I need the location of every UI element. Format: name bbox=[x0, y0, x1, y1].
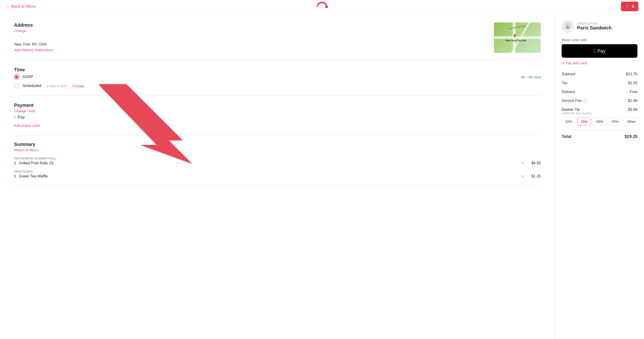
summary-item: APPETIZERS 1 Green Tea Waffle ✕ $1.25 bbox=[14, 170, 541, 178]
header: ← Back to Menu 🛒 6 bbox=[0, 0, 644, 13]
tip-buttons: 10%15%20%25%Other bbox=[562, 117, 638, 126]
subtotal-value: $21.75 bbox=[626, 72, 638, 76]
svg-text:🗼: 🗼 bbox=[565, 24, 570, 29]
item-category: APPETIZERS bbox=[14, 170, 541, 173]
item-price: $1.25 bbox=[527, 174, 541, 178]
service-fee-label-group: Service Fee i bbox=[562, 99, 587, 103]
back-to-menu-button[interactable]: ← Back to Menu bbox=[6, 4, 36, 9]
address-row: Address Change New York, NY, USA Add Del… bbox=[14, 22, 541, 53]
item-qty: 1 bbox=[14, 174, 16, 178]
address-city: New York, NY, USA bbox=[14, 42, 485, 46]
payment-method-label: Pay bbox=[18, 115, 24, 120]
payment-section: Payment Change / Add  Pay Add promo cod… bbox=[14, 96, 541, 135]
payment-method-row:  Pay bbox=[14, 115, 541, 120]
or-label: or bbox=[562, 61, 565, 65]
address-section: Address Change New York, NY, USA Add Del… bbox=[14, 22, 541, 60]
cart-button[interactable]: 🛒 6 bbox=[621, 2, 638, 11]
subtotal-row: Subtotal $21.75 bbox=[562, 70, 638, 78]
map-city-hall-label: New York City Hall bbox=[506, 39, 526, 42]
cart-icon: 🛒 bbox=[625, 4, 630, 9]
or-pay-row: or Pay with card bbox=[562, 61, 638, 65]
asap-radio-inner bbox=[15, 75, 18, 78]
scheduled-option[interactable]: Scheduled a date & time Change bbox=[14, 83, 541, 88]
cart-count: 6 bbox=[632, 4, 634, 9]
tax-label: Tax bbox=[562, 81, 568, 85]
restaurant-name: Paris Sandwich bbox=[577, 25, 612, 31]
item-qty: 1 bbox=[14, 161, 16, 165]
scheduled-text: a date & time bbox=[46, 84, 67, 88]
asap-estimate: 49 – 59 mins bbox=[521, 75, 541, 79]
order-sidebar: 🗼 ORDER FROM Paris Sandwich Place order … bbox=[555, 13, 644, 339]
add-delivery-instructions-link[interactable]: Add Delivery Instructions bbox=[14, 48, 485, 52]
add-promo-code-link[interactable]: Add promo code bbox=[14, 123, 541, 127]
summary-label: Summary bbox=[14, 142, 38, 147]
asap-label: ASAP bbox=[22, 75, 33, 79]
tip-button-25[interactable]: 25% bbox=[608, 117, 622, 126]
dasher-tip-label-group: Dasher Tip (100% For Your Dasher) bbox=[562, 107, 592, 115]
item-price: $4.50 bbox=[527, 161, 541, 165]
item-name: Grilled Pork Rolls (3) bbox=[19, 161, 518, 165]
apple-pay-button-label: Pay bbox=[598, 48, 606, 54]
address-map: City Hall Park Path 📍 New York City Hall bbox=[494, 22, 541, 53]
tip-button-20[interactable]: 20% bbox=[592, 117, 606, 126]
item-name: Green Tea Waffle bbox=[19, 174, 518, 178]
return-to-menu-link[interactable]: Return to Menu bbox=[14, 148, 38, 152]
service-fee-info-icon[interactable]: i bbox=[583, 99, 587, 103]
asap-option[interactable]: ASAP 49 – 59 mins bbox=[14, 74, 541, 79]
apple-logo-icon:  bbox=[594, 48, 596, 54]
delivery-row: Delivery Free bbox=[562, 87, 638, 96]
main-layout: Address Change New York, NY, USA Add Del… bbox=[0, 13, 644, 339]
scheduled-radio[interactable] bbox=[14, 83, 19, 88]
tip-button-other[interactable]: Other bbox=[624, 117, 639, 126]
map-city-hall-path-label: City Hall Park Path bbox=[508, 24, 526, 30]
restaurant-logo: 🗼 bbox=[562, 20, 574, 32]
address-change-link[interactable]: Change bbox=[14, 29, 26, 33]
order-from-label: ORDER FROM bbox=[577, 22, 612, 25]
place-order-label: Place order with bbox=[562, 38, 638, 42]
summary-section: Summary Return to Menu VIETNAMESE SUMMER… bbox=[14, 135, 541, 186]
tax-row: Tax $1.93 bbox=[562, 78, 638, 87]
item-category: VIETNAMESE SUMMER ROLL bbox=[14, 157, 541, 160]
total-label: Total bbox=[562, 134, 572, 139]
service-fee-label-text: Service Fee bbox=[562, 99, 582, 103]
map-pin-icon: 📍 bbox=[512, 34, 518, 39]
address-left: Address Change New York, NY, USA Add Del… bbox=[14, 22, 485, 52]
dasher-tip-label: Dasher Tip bbox=[562, 107, 592, 112]
delivery-value: Free bbox=[630, 90, 638, 94]
summary-item: VIETNAMESE SUMMER ROLL 1 Grilled Pork Ro… bbox=[14, 157, 541, 165]
tip-button-10[interactable]: 10% bbox=[562, 117, 576, 126]
payment-label: Payment bbox=[14, 103, 541, 108]
back-arrow-icon: ← bbox=[6, 4, 10, 9]
restaurant-row: 🗼 ORDER FROM Paris Sandwich bbox=[562, 20, 638, 32]
time-section: Time ASAP 49 – 59 mins Scheduled a date … bbox=[14, 60, 541, 96]
scheduled-label: Scheduled bbox=[22, 83, 41, 88]
delivery-label: Delivery bbox=[562, 90, 575, 94]
service-fee-value: $1.96 bbox=[628, 99, 638, 103]
time-label: Time bbox=[14, 67, 541, 72]
service-fee-row: Service Fee i $1.96 bbox=[562, 96, 638, 105]
remove-item-icon[interactable]: ✕ bbox=[521, 161, 524, 165]
dasher-tip-value: $3.56 bbox=[628, 107, 638, 112]
dasher-tip-sublabel: (100% For Your Dasher) bbox=[562, 112, 592, 115]
address-label: Address bbox=[14, 22, 485, 28]
remove-item-icon[interactable]: ✕ bbox=[521, 174, 524, 178]
doordash-logo bbox=[316, 1, 328, 11]
payment-change-add-link[interactable]: Change / Add bbox=[14, 109, 35, 113]
tax-value: $1.93 bbox=[628, 81, 638, 85]
scheduled-change-link[interactable]: Change bbox=[72, 84, 85, 88]
apple-pay-button[interactable]:  Pay bbox=[562, 44, 638, 58]
dasher-tip-row: Dasher Tip (100% For Your Dasher) $3.56 bbox=[562, 105, 638, 117]
time-options: ASAP 49 – 59 mins Scheduled a date & tim… bbox=[14, 74, 541, 88]
map-placeholder: City Hall Park Path 📍 New York City Hall bbox=[494, 22, 541, 53]
total-value: $29.20 bbox=[624, 134, 638, 139]
pay-with-card-link[interactable]: Pay with card bbox=[566, 61, 587, 65]
apple-pay-icon:  bbox=[14, 115, 16, 120]
restaurant-info: ORDER FROM Paris Sandwich bbox=[577, 22, 612, 31]
summary-items: VIETNAMESE SUMMER ROLL 1 Grilled Pork Ro… bbox=[14, 157, 541, 178]
asap-radio[interactable] bbox=[14, 74, 19, 79]
subtotal-label: Subtotal bbox=[562, 72, 576, 76]
svg-point-1 bbox=[326, 6, 328, 8]
total-row: Total $29.20 bbox=[562, 130, 638, 141]
tip-button-15[interactable]: 15% bbox=[577, 117, 591, 126]
back-to-menu-label: Back to Menu bbox=[12, 4, 36, 9]
